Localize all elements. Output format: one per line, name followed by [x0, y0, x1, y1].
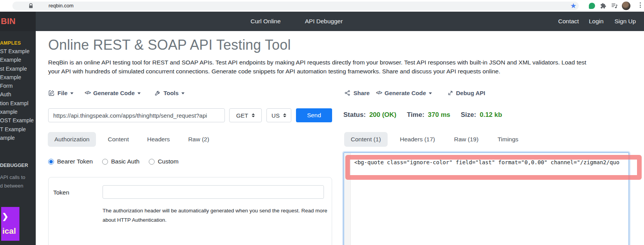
radio-label: Custom	[158, 158, 178, 165]
token-input[interactable]	[103, 185, 324, 199]
status-label: Status:	[343, 111, 366, 119]
time-label: Time:	[407, 111, 425, 119]
request-tabs: Authorization Content Headers Raw (2)	[48, 132, 216, 147]
code-icon: </>	[85, 90, 91, 96]
tools-menu-label: Tools	[164, 90, 179, 96]
radio-label: Basic Auth	[111, 158, 139, 165]
sidebar-item[interactable]: tion Exampl	[0, 99, 36, 108]
sidebar-item[interactable]: xample	[0, 108, 36, 116]
sidebar-item[interactable]: st Example	[0, 64, 36, 73]
method-value: GET	[236, 112, 248, 119]
nav-api-debugger[interactable]: API Debugger	[305, 12, 343, 31]
address-bar[interactable]	[12, 2, 579, 10]
sidebar-item[interactable]: Form	[0, 82, 36, 90]
sidebar-debugger-text: d between	[0, 183, 23, 189]
request-url-input[interactable]	[48, 108, 225, 122]
reqbin-logo[interactable]: BIN	[0, 12, 36, 31]
tab-response-headers[interactable]: Headers (17)	[393, 132, 442, 147]
extensions-puzzle-icon[interactable]	[600, 3, 606, 9]
chevron-down-icon	[138, 92, 141, 94]
chevron-down-icon	[429, 92, 432, 94]
sidebar-ad[interactable]: ❯ ical	[1, 207, 19, 241]
code-icon: </>	[376, 90, 382, 96]
radio-bearer-token[interactable]: Bearer Token	[48, 158, 93, 165]
chevron-down-icon	[70, 92, 73, 94]
token-label: Token	[53, 189, 69, 196]
profile-avatar[interactable]	[622, 2, 630, 10]
response-gutter	[344, 153, 351, 245]
browser-chrome: reqbin.com ★	[0, 0, 644, 12]
browser-menu-icon[interactable]	[640, 2, 641, 8]
region-select[interactable]: US	[266, 108, 291, 122]
tools-menu[interactable]: Tools	[155, 88, 184, 98]
nav-login[interactable]: Login	[589, 12, 604, 31]
wrench-icon	[155, 90, 161, 96]
file-menu-label: File	[57, 90, 68, 96]
bookmark-star-icon[interactable]: ★	[570, 1, 576, 11]
ad-text: ical	[2, 226, 16, 236]
time-value: 370 ms	[428, 111, 451, 119]
token-help-text: about HTTP Authentication.	[103, 217, 167, 223]
tab-authorization[interactable]: Authorization	[48, 132, 96, 147]
nav-signup[interactable]: Sign Up	[614, 12, 636, 31]
tab-raw[interactable]: Raw (2)	[181, 132, 216, 147]
url-text[interactable]: reqbin.com	[49, 3, 73, 9]
radio-label: Bearer Token	[57, 158, 93, 165]
tab-content[interactable]: Content	[101, 132, 135, 147]
radio-selected-icon	[48, 159, 54, 165]
share-label: Share	[353, 90, 370, 96]
page-title: Online REST & SOAP API Testing Tool	[48, 37, 291, 53]
size-label: Size:	[461, 111, 476, 119]
radio-unselected-icon	[102, 159, 108, 165]
sidebar-debugger-header: DEBUGGER	[0, 163, 28, 168]
select-arrows-icon	[252, 113, 255, 117]
response-body-area[interactable]: <bg-quote class="ignore-color" field="la…	[343, 152, 629, 245]
debug-api-label: Debug API	[456, 90, 485, 96]
status-value: 200 (OK)	[369, 111, 397, 119]
chevron-down-icon	[181, 92, 184, 94]
debug-arrow-icon	[447, 90, 453, 96]
token-help-text: The authorization header will be automat…	[103, 208, 327, 214]
sidebar-item[interactable]: Example	[0, 73, 36, 82]
sidebar-item[interactable]: Auth	[0, 90, 36, 99]
radio-unselected-icon	[149, 159, 155, 165]
generate-code-label: Generate Code	[93, 90, 135, 96]
tab-response-content[interactable]: Content (1)	[344, 132, 388, 147]
sidebar-item[interactable]: ST Example	[0, 47, 36, 56]
send-button[interactable]: Send	[296, 108, 332, 122]
radio-basic-auth[interactable]: Basic Auth	[102, 158, 139, 165]
lock-icon[interactable]	[29, 3, 33, 9]
nav-contact[interactable]: Contact	[558, 12, 579, 31]
extension-green-icon[interactable]	[589, 3, 595, 9]
response-status-row: Status: 200 (OK) Time: 370 ms Size: 0.12…	[343, 111, 502, 119]
response-generate-code-menu[interactable]: </> Generate Code	[376, 88, 432, 98]
share-icon	[344, 90, 351, 96]
tab-response-raw[interactable]: Raw (19)	[447, 132, 485, 147]
method-select[interactable]: GET	[229, 108, 262, 122]
select-arrows-icon	[283, 113, 286, 117]
sidebar-item[interactable]: ample	[0, 134, 36, 142]
share-button[interactable]: Share	[344, 88, 370, 98]
file-menu[interactable]: File	[48, 88, 73, 98]
tab-headers[interactable]: Headers	[141, 132, 177, 147]
region-value: US	[272, 112, 280, 119]
sidebar-item[interactable]: OST Example	[0, 116, 36, 125]
auth-type-options: Bearer Token Basic Auth Custom	[48, 158, 179, 165]
file-edit-icon	[48, 90, 55, 96]
generate-code-menu[interactable]: </> Generate Code	[85, 88, 141, 98]
tab-response-timings[interactable]: Timings	[491, 132, 525, 147]
nav-curl-online[interactable]: Curl Online	[251, 12, 281, 31]
sidebar-examples-header: AMPLES	[0, 40, 21, 46]
response-tabs: Content (1) Headers (17) Raw (19) Timing…	[344, 132, 525, 147]
page-description: ReqBin is an online API testing tool for…	[48, 58, 596, 76]
debug-api-button[interactable]: Debug API	[447, 88, 485, 98]
response-body-text: <bg-quote class="ignore-color" field="la…	[354, 159, 627, 165]
sidebar-item[interactable]: T Example	[0, 125, 36, 134]
media-controls-icon[interactable]	[611, 3, 618, 9]
sidebar-debugger-text: API calls to	[0, 174, 25, 180]
sidebar-item[interactable]: Example	[0, 56, 36, 64]
radio-custom[interactable]: Custom	[149, 158, 178, 165]
sidebar-example-list: ST Example Example st Example Example Fo…	[0, 47, 36, 142]
size-value: 0.12 kb	[480, 111, 502, 119]
ad-chevron-icon: ❯	[2, 212, 9, 221]
